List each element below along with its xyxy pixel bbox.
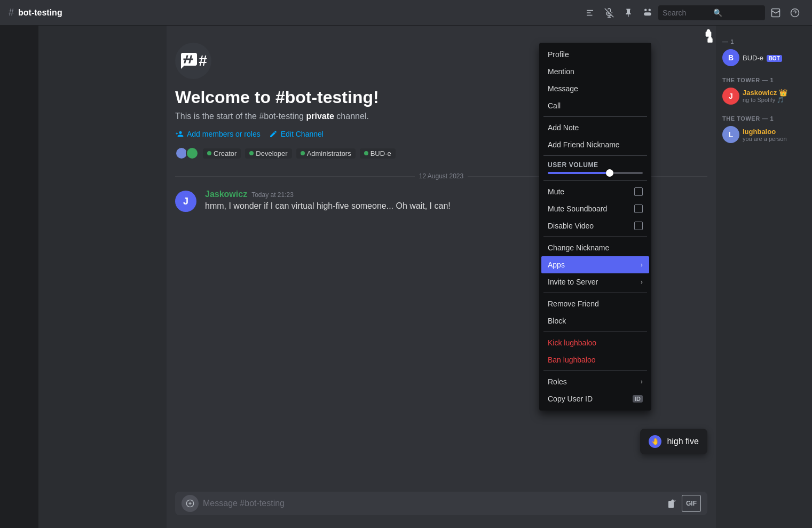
bot-badge: BOT bbox=[767, 55, 782, 62]
volume-slider-track[interactable] bbox=[548, 172, 643, 174]
jaskowicz-name: Jaskowicz bbox=[743, 89, 777, 97]
role-badge-developer: Developer bbox=[245, 148, 291, 159]
context-menu-kick-label: Kick lughbaloo bbox=[548, 338, 596, 347]
crown-icon: 👑 bbox=[779, 89, 787, 97]
role-badge-admins: Administrators bbox=[296, 148, 356, 159]
context-menu-apps[interactable]: Apps › bbox=[541, 256, 649, 273]
message-timestamp: Today at 21:23 bbox=[251, 191, 294, 199]
inbox-button[interactable] bbox=[767, 4, 784, 21]
lughbaloo-avatar: L bbox=[722, 126, 739, 143]
jaskowicz-member-item[interactable]: J Jaskowicz 👑 ng to Spotify 🎵 bbox=[720, 85, 808, 107]
context-menu-roles-label: Roles bbox=[548, 377, 567, 386]
hash-icon: # bbox=[9, 7, 14, 18]
help-button[interactable] bbox=[786, 4, 803, 21]
context-menu-message-label: Message bbox=[548, 84, 578, 93]
bude-member-item[interactable]: B BUD-e BOT bbox=[720, 47, 808, 68]
message-avatar: J bbox=[175, 191, 196, 212]
context-menu-invite-to-server[interactable]: Invite to Server › bbox=[541, 273, 649, 290]
channel-name: bot-testing bbox=[18, 8, 62, 18]
context-menu-sep-5 bbox=[543, 293, 647, 293]
gift-button[interactable] bbox=[663, 495, 680, 512]
online-section-header: THE TOWER — 1 bbox=[720, 68, 808, 85]
context-menu-message[interactable]: Message bbox=[541, 80, 649, 97]
threads-button[interactable] bbox=[581, 4, 598, 21]
context-menu-disable-video[interactable]: Disable Video bbox=[541, 217, 649, 234]
muted-channels-button[interactable] bbox=[601, 4, 618, 21]
role-avatars bbox=[175, 147, 199, 160]
context-menu-add-note[interactable]: Add Note bbox=[541, 119, 649, 136]
jaskowicz-avatar: J bbox=[722, 88, 739, 105]
tower-section-header: THE TOWER — 1 bbox=[720, 107, 808, 124]
topbar: # bot-testing Search 🔍 bbox=[0, 0, 812, 26]
message-username[interactable]: Jaskowicz bbox=[205, 190, 247, 199]
context-menu-block-label: Block bbox=[548, 317, 566, 325]
message-input-area: Message #bot-testing GIF bbox=[167, 492, 716, 528]
add-attachment-button[interactable] bbox=[182, 495, 199, 512]
context-menu-ban[interactable]: Ban lughbaloo bbox=[541, 351, 649, 368]
disable-video-checkbox[interactable] bbox=[634, 222, 643, 230]
welcome-desc-prefix: This is the start of the #bot-testing bbox=[175, 112, 306, 121]
channel-sidebar bbox=[38, 26, 167, 528]
context-menu-profile-label: Profile bbox=[548, 50, 569, 59]
context-menu-disable-video-label: Disable Video bbox=[548, 222, 594, 230]
role-dot-dev bbox=[249, 151, 254, 155]
bude-avatar: B bbox=[722, 49, 739, 66]
high-five-popup[interactable]: 🤚 high five bbox=[640, 429, 707, 454]
context-menu-friend-nickname-label: Add Friend Nickname bbox=[548, 140, 620, 149]
context-menu-sep-7 bbox=[543, 371, 647, 371]
context-menu-friend-nickname[interactable]: Add Friend Nickname bbox=[541, 136, 649, 153]
context-menu-mute[interactable]: Mute bbox=[541, 183, 649, 200]
context-menu-mute-label: Mute bbox=[548, 187, 564, 196]
role-dot-bude bbox=[364, 151, 368, 155]
add-members-button[interactable]: Add members or roles bbox=[175, 130, 261, 138]
context-menu-copy-user-id-label: Copy User ID bbox=[548, 395, 593, 403]
context-menu-sep-2 bbox=[543, 155, 647, 156]
chevron-right-icon-2: › bbox=[641, 278, 643, 286]
context-menu-profile[interactable]: Profile bbox=[541, 46, 649, 63]
member-list-button[interactable] bbox=[639, 4, 656, 21]
edit-channel-button[interactable]: Edit Channel bbox=[269, 130, 324, 138]
mute-checkbox[interactable] bbox=[634, 187, 643, 196]
pinned-messages-button[interactable] bbox=[620, 4, 637, 21]
message-input-placeholder[interactable]: Message #bot-testing bbox=[203, 499, 658, 508]
edit-channel-label: Edit Channel bbox=[281, 130, 324, 138]
gif-button[interactable]: GIF bbox=[682, 495, 701, 512]
context-menu-copy-user-id[interactable]: Copy User ID ID bbox=[541, 390, 649, 407]
main-layout: # Welcome to #bot-testing! This is the s… bbox=[0, 26, 812, 528]
context-menu-remove-friend[interactable]: Remove Friend bbox=[541, 295, 649, 312]
add-members-label: Add members or roles bbox=[187, 130, 261, 138]
topbar-actions: Search 🔍 bbox=[581, 4, 803, 21]
context-menu-sep-4 bbox=[543, 237, 647, 237]
context-menu-mute-soundboard-label: Mute Soundboard bbox=[548, 204, 607, 213]
context-menu-mention-label: Mention bbox=[548, 67, 574, 76]
chevron-right-icon: › bbox=[641, 261, 643, 269]
welcome-desc-suffix: channel. bbox=[334, 112, 369, 121]
context-menu-call[interactable]: Call bbox=[541, 97, 649, 114]
mute-soundboard-checkbox[interactable] bbox=[634, 204, 643, 213]
context-menu-mention[interactable]: Mention bbox=[541, 63, 649, 80]
volume-slider-thumb[interactable] bbox=[606, 169, 613, 177]
bude-name: BUD- bbox=[743, 54, 760, 62]
volume-slider-fill bbox=[548, 172, 610, 174]
search-placeholder: Search bbox=[663, 9, 710, 17]
context-menu-roles[interactable]: Roles › bbox=[541, 373, 649, 390]
role-dot bbox=[207, 151, 211, 155]
members-panel: — 1 B BUD-e BOT THE TOWER — 1 J Jaskowic… bbox=[716, 26, 812, 528]
context-menu-change-nickname-label: Change Nickname bbox=[548, 243, 609, 252]
lughbaloo-member-item[interactable]: L lughbaloo you are a person bbox=[720, 124, 808, 145]
context-menu-invite-to-server-label: Invite to Server bbox=[548, 278, 598, 286]
context-menu-remove-friend-label: Remove Friend bbox=[548, 300, 599, 308]
role-avatar-2 bbox=[186, 147, 199, 160]
context-menu-kick[interactable]: Kick lughbaloo bbox=[541, 334, 649, 351]
search-bar[interactable]: Search 🔍 bbox=[658, 5, 765, 20]
channel-icon-large: # bbox=[175, 43, 211, 79]
context-menu-block[interactable]: Block bbox=[541, 312, 649, 329]
jaskowicz-status: ng to Spotify 🎵 bbox=[743, 97, 787, 104]
server-sidebar bbox=[0, 26, 38, 528]
volume-label: User Volume bbox=[548, 161, 643, 169]
context-menu-sep-1 bbox=[543, 116, 647, 117]
context-menu-change-nickname[interactable]: Change Nickname bbox=[541, 239, 649, 256]
lughbaloo-name: lughbaloo bbox=[743, 128, 776, 136]
context-menu-mute-soundboard[interactable]: Mute Soundboard bbox=[541, 200, 649, 217]
context-menu-sep-3 bbox=[543, 180, 647, 181]
